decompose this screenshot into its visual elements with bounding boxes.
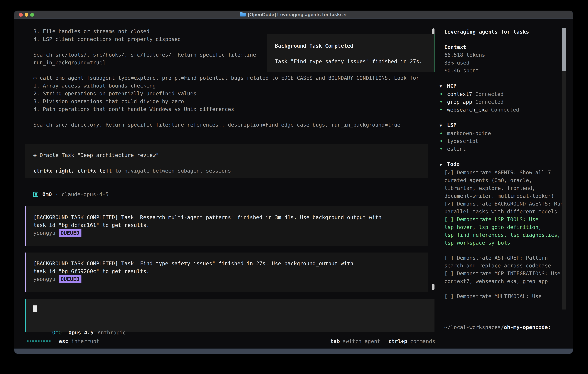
- background-task-notification: Background Task Completed Task "Find typ…: [267, 34, 434, 72]
- hint-key-right: ctrl+x right,: [33, 168, 74, 174]
- omo-agent-icon: [33, 192, 38, 197]
- context-tokens: 66,518 tokens: [444, 51, 566, 59]
- input-provider-name: Anthropic: [97, 330, 126, 335]
- scrollback-line: 3. File handles or streams not closed: [33, 28, 256, 35]
- oracle-navigation-hint: ctrl+x right, ctrl+x left to navigate be…: [33, 167, 231, 175]
- scrollback-line: run_in_background=true]: [33, 59, 256, 67]
- message-meta: yeongyuQUEUED: [33, 229, 82, 237]
- todo-item-pending: [ ] Demonstrate AST-GREP: Pattern search…: [444, 254, 566, 270]
- todo-item-active: [ ] Demonstrate LSP TOOLS: Use lsp_hover…: [444, 216, 566, 247]
- window-footer: [14, 348, 573, 354]
- agent-call-text: call_omo_agent [subagent_type=explore, p…: [40, 75, 419, 81]
- agent-call-item: 4. Path operations that don't handle Win…: [33, 105, 419, 113]
- chevron-down-icon: ▼: [440, 122, 447, 129]
- scrollback-line: [33, 43, 256, 51]
- folder-icon: [240, 13, 246, 17]
- scrollback-text: 3. File handles or streams not closed 4.…: [33, 28, 256, 67]
- text-cursor: [33, 305, 37, 312]
- main-scrollbar-thumb[interactable]: [432, 284, 434, 290]
- mcp-item: •grep_app Connected: [440, 98, 566, 106]
- mcp-section-header[interactable]: ▼MCP: [440, 82, 566, 90]
- status-dot-icon: •: [440, 129, 447, 137]
- oracle-task-box: ◉ Oracle Task "Deep architecture review"…: [25, 144, 428, 178]
- ctrlp-key-label: commands: [410, 338, 435, 344]
- message-line: [BACKGROUND TASK COMPLETED] Task "Find t…: [33, 260, 353, 267]
- sidebar-scrollbar-track[interactable]: [562, 28, 566, 310]
- input-model-name: Opus 4.5: [68, 330, 94, 335]
- background-task-message: [BACKGROUND TASK COMPLETED] Task "Find t…: [25, 252, 428, 292]
- status-dot-icon: •: [440, 137, 447, 145]
- hint-key-left: ctrl+x left: [74, 168, 112, 174]
- agent-model: · claude-opus-4-5: [55, 191, 108, 197]
- status-dot-icon: •: [440, 106, 447, 114]
- session-title: Leveraging agents for tasks: [444, 28, 566, 36]
- message-line: task_id="bg_6f59260c" to get results.: [33, 267, 149, 275]
- esc-key-hint: esc: [59, 338, 68, 344]
- mcp-section: ▼MCP •context7 Connected •grep_app Conne…: [440, 82, 566, 114]
- blank-line: [33, 113, 419, 121]
- close-button[interactable]: [19, 13, 23, 17]
- agent-call-line: ⚙ call_omo_agent [subagent_type=explore,…: [33, 74, 419, 82]
- message-author: yeongyu: [33, 276, 55, 282]
- titlebar[interactable]: [OpenCode] Leveraging agents for tasks ◐: [14, 10, 573, 19]
- prompt-input[interactable]: OmOOpus 4.5Anthropic: [25, 299, 434, 332]
- message-author: yeongyu: [33, 230, 55, 236]
- sidebar: Leveraging agents for tasks Context 66,5…: [440, 28, 567, 354]
- status-dot-icon: •: [440, 98, 447, 106]
- queued-badge: QUEUED: [59, 229, 82, 237]
- gear-icon: ⚙: [33, 75, 37, 81]
- agent-call-item: 3. Division operations that could divide…: [33, 97, 419, 105]
- notification-title: Background Task Completed: [275, 42, 353, 50]
- lsp-item: •typescript: [440, 137, 566, 145]
- context-heading: Context: [444, 43, 566, 51]
- ctrlp-key-hint: ctrl+p: [388, 338, 407, 344]
- todo-section-header[interactable]: ▼Todo: [440, 160, 566, 169]
- status-dot-icon: •: [440, 90, 447, 98]
- working-spinner-icon: [27, 341, 51, 342]
- chevron-down-icon: ▼: [440, 161, 447, 169]
- status-bar: esc interrupt tab switch agent ctrl+p co…: [27, 337, 435, 345]
- window-title: [OpenCode] Leveraging agents for tasks ◐: [248, 12, 347, 17]
- tab-key-hint: tab: [330, 338, 340, 344]
- message-line: [BACKGROUND TASK COMPLETED] Task "Resear…: [33, 213, 381, 221]
- agent-call-item: 2. String operations on potentially unde…: [33, 90, 419, 97]
- context-spent: $0.46 spent: [444, 67, 566, 74]
- lsp-section: ▼LSP •markdown-oxide •typescript •eslint: [440, 121, 566, 153]
- agent-call-block: ⚙ call_omo_agent [subagent_type=explore,…: [33, 74, 419, 129]
- sidebar-scrollbar-thumb[interactable]: [562, 28, 566, 71]
- scrollback-line: 4. LSP client connections not properly d…: [33, 35, 256, 43]
- terminal-window: [OpenCode] Leveraging agents for tasks ◐…: [14, 10, 573, 354]
- agent-call-footer: Search src/ directory. Return specific f…: [33, 121, 419, 129]
- mcp-item: •websearch_exa Connected: [440, 106, 566, 114]
- input-agent-name: OmO: [52, 330, 62, 335]
- todo-item-pending: [ ] Demonstrate MCP INTEGRATIONS: Use co…: [444, 270, 566, 285]
- main-scrollbar-thumb-top[interactable]: [432, 28, 434, 35]
- agent-session-header: OmO · claude-opus-4-5: [33, 190, 109, 198]
- lsp-section-header[interactable]: ▼LSP: [440, 121, 566, 129]
- agent-call-item: 1. Array access without bounds checking: [33, 82, 419, 90]
- chevron-down-icon: ▼: [440, 83, 447, 90]
- todo-item-pending: [ ] Demonstrate MULTIMODAL: Use: [444, 292, 566, 300]
- mcp-item: •context7 Connected: [440, 90, 566, 98]
- workspace-path: ~/local-workspaces/oh-my-opencode: maste…: [444, 308, 566, 354]
- agent-name: OmO: [42, 191, 52, 197]
- minimize-button[interactable]: [25, 13, 28, 17]
- traffic-lights: [19, 13, 34, 17]
- context-used: 33% used: [444, 59, 566, 67]
- notification-body: Task "Find type safety issues" finished …: [275, 58, 422, 65]
- message-line: task_id="bg_dcfac161" to get results.: [33, 221, 149, 229]
- scrollback-line: Search src/tools/, src/hooks/, src/featu…: [33, 51, 256, 59]
- esc-key-label: interrupt: [71, 338, 99, 344]
- todo-section: ▼Todo [✓] Demonstrate AGENTS: Show all 7…: [440, 160, 566, 300]
- todo-item-done: [✓] Demonstrate AGENTS: Show all 7 curat…: [444, 169, 566, 200]
- queued-badge: QUEUED: [59, 275, 82, 283]
- tab-key-label: switch agent: [343, 338, 380, 344]
- message-meta: yeongyuQUEUED: [33, 275, 82, 283]
- hint-text: to navigate between subagent sessions: [112, 168, 231, 174]
- maximize-button[interactable]: [30, 13, 34, 17]
- status-dot-icon: •: [440, 145, 447, 153]
- lsp-item: •markdown-oxide: [440, 129, 566, 137]
- oracle-task-title: ◉ Oracle Task "Deep architecture review": [33, 151, 159, 159]
- lsp-item: •eslint: [440, 145, 566, 153]
- todo-item-done: [✓] Demonstrate BACKGROUND AGENTS: Run p…: [444, 200, 566, 216]
